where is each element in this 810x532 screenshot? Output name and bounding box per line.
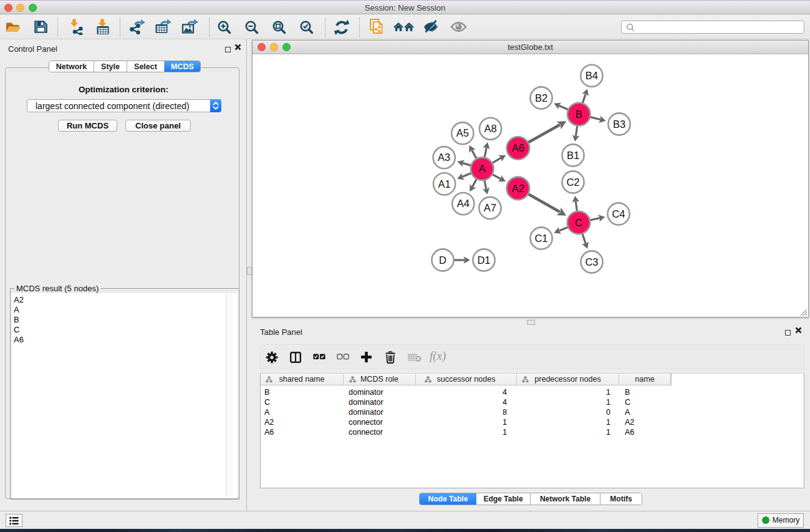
- svg-text:A7: A7: [484, 202, 496, 213]
- svg-text:C1: C1: [534, 233, 547, 244]
- svg-text:D1: D1: [477, 254, 490, 266]
- svg-text:A1: A1: [438, 178, 451, 190]
- svg-text:C: C: [575, 217, 582, 228]
- svg-text:A: A: [479, 163, 486, 174]
- svg-text:A4: A4: [457, 198, 470, 209]
- svg-text:D: D: [439, 254, 446, 266]
- svg-text:A5: A5: [456, 127, 469, 138]
- svg-text:A2: A2: [512, 183, 524, 194]
- svg-text:B1: B1: [567, 150, 579, 161]
- svg-text:B: B: [576, 109, 582, 120]
- svg-text:B4: B4: [586, 70, 598, 81]
- svg-text:C2: C2: [566, 177, 579, 188]
- svg-text:C4: C4: [612, 208, 625, 220]
- svg-text:A6: A6: [512, 142, 524, 153]
- svg-text:B3: B3: [613, 118, 625, 130]
- svg-text:A3: A3: [438, 152, 450, 163]
- svg-text:A8: A8: [484, 123, 496, 134]
- svg-text:C3: C3: [585, 256, 598, 268]
- svg-text:B2: B2: [535, 92, 547, 104]
